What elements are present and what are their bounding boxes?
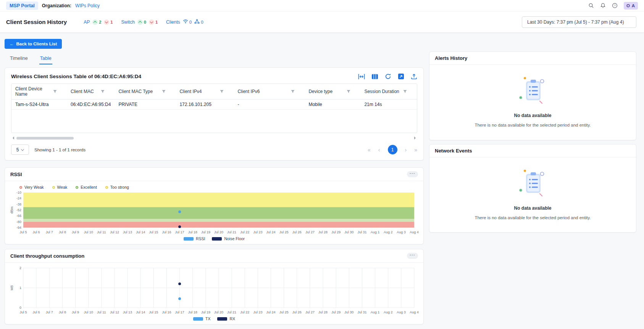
legend-item[interactable]: TX <box>193 316 210 321</box>
no-data-clipboard-icon <box>515 76 551 109</box>
table-row[interactable]: Tam-s-S24-Ultra06:4D:EC:A6:95:D4PRIVATE1… <box>11 100 417 110</box>
side-column: Alerts History <box>429 33 636 233</box>
svg-text:-38: -38 <box>16 202 21 206</box>
svg-text:-52: -52 <box>16 208 21 212</box>
band-legend-item: Too strong <box>105 185 129 189</box>
chevron-down-icon <box>21 148 24 151</box>
throughput-card: Client throughput consumption ··· 012Jul… <box>5 249 424 324</box>
svg-text:Jul 5: Jul 5 <box>19 230 27 234</box>
svg-text:Jul 16: Jul 16 <box>162 310 171 314</box>
sessions-table-title: Wireless Client Sessions Table of 06:4D:… <box>11 74 141 79</box>
column-header[interactable]: Client MAC Type <box>115 84 176 100</box>
column-header[interactable]: Device type <box>305 84 360 100</box>
rssi-title: RSSI <box>10 172 22 177</box>
svg-text:Jul 19: Jul 19 <box>201 230 210 234</box>
first-page-button[interactable]: « <box>368 147 371 152</box>
ellipsis-menu-icon[interactable]: ··· <box>407 171 418 177</box>
filter-funnel-icon[interactable] <box>162 90 166 93</box>
horizontal-scrollbar[interactable] <box>11 136 417 140</box>
switch-label[interactable]: Switch <box>121 19 134 25</box>
clients-label[interactable]: Clients <box>166 19 180 25</box>
tab-table[interactable]: Table <box>39 54 52 64</box>
no-data-title: No data available <box>514 113 551 118</box>
svg-text:Jul 18: Jul 18 <box>188 230 197 234</box>
svg-text:Jul 17: Jul 17 <box>175 230 184 234</box>
column-header[interactable]: Client IPv4 <box>176 84 234 100</box>
svg-text:Jul 23: Jul 23 <box>253 230 262 234</box>
filter-funnel-icon[interactable] <box>53 90 57 93</box>
band-legend-label: Too strong <box>110 185 129 189</box>
back-to-clients-button[interactable]: ← Back to Clients List <box>5 39 62 49</box>
table-header-row: Client Device NameClient MACClient MAC T… <box>11 84 417 100</box>
filter-funnel-icon[interactable] <box>101 90 105 93</box>
current-page-button[interactable]: 1 <box>388 145 397 154</box>
export-icon[interactable] <box>398 73 404 80</box>
table-cell: 06:4D:EC:A6:95:D4 <box>67 100 115 110</box>
legend-item[interactable]: RSSI <box>184 236 205 241</box>
search-icon[interactable] <box>588 3 594 8</box>
svg-text:Jul 11: Jul 11 <box>97 230 106 234</box>
refresh-icon[interactable] <box>385 73 391 80</box>
column-header-label: Client MAC <box>71 89 94 94</box>
svg-text:Jul 29: Jul 29 <box>331 310 341 314</box>
svg-text:Jul 13: Jul 13 <box>123 310 132 314</box>
column-header[interactable]: Session Duration <box>360 84 417 100</box>
svg-text:-80: -80 <box>16 220 21 224</box>
rssi-card-header: RSSI ··· <box>5 168 423 181</box>
ap-label[interactable]: AP <box>84 19 90 25</box>
alerts-no-data: No data available There is no data avail… <box>429 65 636 140</box>
filter-funnel-icon[interactable] <box>403 90 407 93</box>
help-icon[interactable]: ? <box>612 3 618 8</box>
date-range-picker[interactable]: Last 30 Days: 7:37 pm (Jul 5) - 7:37 pm … <box>522 16 636 28</box>
page-size-select[interactable]: 5 <box>11 144 29 155</box>
svg-text:1: 1 <box>19 286 21 290</box>
svg-text:-24: -24 <box>16 196 21 200</box>
svg-text:Aug 1: Aug 1 <box>371 310 380 314</box>
svg-text:-10: -10 <box>16 191 21 194</box>
ellipsis-menu-icon[interactable]: ··· <box>407 253 418 259</box>
filter-funnel-icon[interactable] <box>291 90 295 93</box>
previous-page-button[interactable]: ‹ <box>378 147 380 152</box>
scroll-right-icon[interactable] <box>414 136 417 140</box>
filter-funnel-icon[interactable] <box>347 90 350 93</box>
last-page-button[interactable]: » <box>414 147 417 152</box>
organization-link[interactable]: WIPs Policy <box>75 3 100 8</box>
legend-label: RX <box>229 316 235 321</box>
wireless-clients-badge: 0 <box>183 19 192 25</box>
legend-swatch <box>184 237 194 241</box>
table-columns-icon[interactable] <box>371 74 378 80</box>
sessions-table-header: Wireless Client Sessions Table of 06:4D:… <box>5 68 423 83</box>
table-cell: Tam-s-S24-Ultra <box>11 100 67 110</box>
table-cell: 172.16.101.205 <box>176 100 234 110</box>
avatar[interactable]: O A <box>624 2 638 10</box>
organization-label: Organization: <box>42 3 71 8</box>
svg-text:Jul 27: Jul 27 <box>305 310 315 314</box>
next-page-button[interactable]: › <box>405 147 407 152</box>
legend-item[interactable]: RX <box>217 316 235 321</box>
table-cell: 21m 14s <box>360 100 417 110</box>
tab-timeline[interactable]: Timeline <box>9 54 29 64</box>
scroll-left-icon[interactable] <box>11 136 14 140</box>
page-title: Client Session History <box>6 19 67 25</box>
column-header[interactable]: Client MAC <box>67 84 115 100</box>
content: ← Back to Clients List Timeline Table Wi… <box>0 33 644 329</box>
notification-bell-icon[interactable] <box>600 3 606 8</box>
svg-text:Aug 4: Aug 4 <box>410 310 419 314</box>
clients-stats: Clients 0 0 <box>166 19 203 25</box>
scrollbar-thumb[interactable] <box>16 137 74 140</box>
column-header[interactable]: Client IPv6 <box>234 84 305 100</box>
svg-text:Jul 12: Jul 12 <box>110 230 119 234</box>
upload-icon[interactable] <box>411 73 417 80</box>
filter-funnel-icon[interactable] <box>220 90 224 93</box>
svg-text:Jul 15: Jul 15 <box>149 310 158 314</box>
column-header[interactable]: Client Device Name <box>11 84 67 100</box>
msp-portal-button[interactable]: MSP Portal <box>6 2 38 10</box>
rssi-series-legend: RSSINoise Floor <box>10 236 419 241</box>
fit-columns-icon[interactable] <box>358 74 365 80</box>
legend-item[interactable]: Noise Floor <box>212 236 245 241</box>
ap-up-badge: 2 <box>92 19 101 25</box>
table-cell: PRIVATE <box>115 100 176 110</box>
svg-text:Jul 27: Jul 27 <box>305 230 315 234</box>
scrollbar-track[interactable] <box>16 136 412 140</box>
svg-text:Jul 21: Jul 21 <box>227 230 236 234</box>
